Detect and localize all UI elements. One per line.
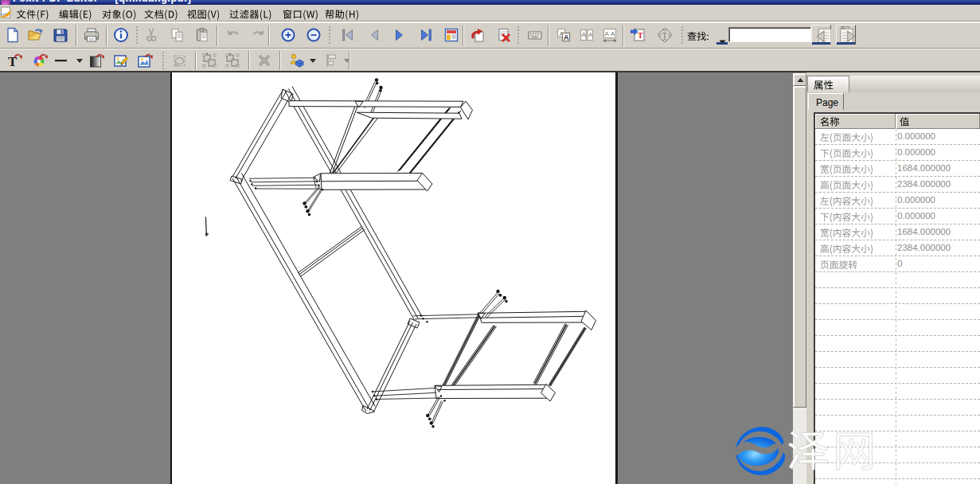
svg-text:T: T (662, 31, 667, 40)
svg-text:A: A (605, 30, 610, 37)
svg-text:A: A (582, 31, 587, 38)
svg-text:A: A (588, 31, 593, 38)
svg-text:A: A (611, 30, 615, 37)
svg-text:T: T (638, 31, 643, 40)
svg-text:A: A (564, 33, 569, 41)
